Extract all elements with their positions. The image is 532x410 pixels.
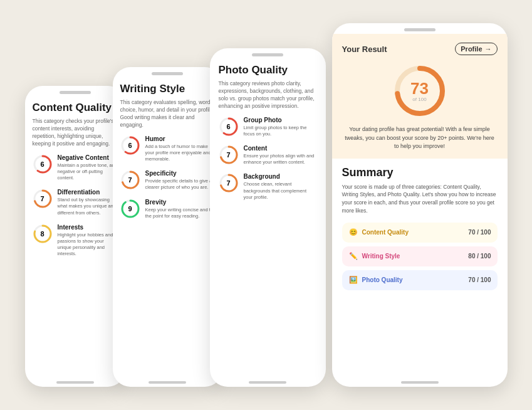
- phone3-item-1: 6 Group Photo Limit group photos to keep…: [219, 117, 317, 137]
- phone-content-quality: Content Quality This category checks you…: [25, 86, 125, 387]
- phone3-item2-name: Content: [244, 145, 317, 152]
- phone3-item3-text: Choose clean, relevant backgrounds that …: [244, 181, 317, 200]
- phone3-item3-name: Background: [244, 173, 317, 180]
- score-donut-container: 73 of 100: [342, 63, 498, 119]
- result-header: Your Result Profile →: [342, 43, 498, 55]
- phone1-item1-text: Maintain a positive tone, any negative o…: [58, 162, 118, 181]
- result-header-title: Your Result: [342, 45, 387, 54]
- phone3-home: [210, 377, 326, 387]
- phone1-item-3: 8 Interests Highlight your hobbies and p…: [33, 224, 118, 258]
- phone2-home: [113, 377, 222, 387]
- phone3-title: Photo Quality: [219, 64, 317, 76]
- phone1-item3-text: Highlight your hobbies and passions to s…: [58, 232, 118, 258]
- phone4-home: [332, 377, 508, 387]
- phone1-score-3: 8: [33, 224, 53, 244]
- phone2-item3-text: Keep your writing concise and to the poi…: [145, 207, 215, 219]
- phone-writing-style: Writing Style This category evaluates sp…: [113, 67, 222, 387]
- content-quality-score: 70 / 100: [468, 229, 491, 236]
- phone2-item2-name: Specificity: [145, 170, 215, 177]
- phone3-item-3: 7 Background Choose clean, relevant back…: [219, 173, 317, 200]
- notch-bar: [60, 91, 91, 94]
- screens-container: Content Quality This category checks you…: [25, 23, 508, 387]
- summary-title: Summary: [342, 166, 498, 179]
- phone1-item2-name: Differentiation: [58, 189, 118, 196]
- phone4-content: Your Result Profile → 73 of: [332, 34, 508, 377]
- phone3-score-1: 6: [219, 117, 239, 137]
- phone3-score-3: 7: [219, 173, 239, 193]
- summary-text: Your score is made up of three categorie…: [342, 183, 498, 215]
- phone2-item-2: 7 Specificity Provide specific details t…: [120, 170, 215, 191]
- phone2-desc: This category evaluates spelling, word c…: [120, 99, 215, 129]
- result-message: Your dating profile has great potential!…: [342, 125, 498, 151]
- phone1-content: Content Quality This category checks you…: [25, 97, 125, 377]
- phone1-home: [25, 377, 125, 387]
- result-top-section: Your Result Profile → 73 of: [332, 34, 508, 159]
- phone2-title: Writing Style: [120, 83, 215, 95]
- score-donut: 73 of 100: [392, 63, 448, 119]
- main-score: 73: [410, 80, 429, 97]
- phone2-item3-name: Brevity: [145, 199, 215, 206]
- phone1-item-1: 6 Negative Content Maintain a positive t…: [33, 154, 118, 181]
- phone1-notch: [25, 86, 125, 97]
- phone3-item1-text: Limit group photos to keep the focus on …: [244, 125, 317, 137]
- writing-style-score: 80 / 100: [468, 253, 491, 260]
- content-quality-icon: 😊: [348, 228, 358, 238]
- photo-quality-score: 70 / 100: [468, 276, 491, 283]
- phone1-score-1: 6: [33, 154, 53, 174]
- phone1-item-2: 7 Differentiation Stand out by showcasin…: [33, 189, 118, 216]
- phone3-content: Photo Quality This category reviews phot…: [210, 59, 326, 377]
- phone2-item-3: 9 Brevity Keep your writing concise and …: [120, 199, 215, 219]
- phone3-desc: This category reviews photo clarity, exp…: [219, 80, 317, 110]
- phone1-item2-text: Stand out by showcasing what makes you u…: [58, 197, 118, 216]
- photo-quality-icon: 🖼️: [348, 275, 358, 285]
- phone1-title: Content Quality: [33, 102, 118, 114]
- photo-quality-name: Photo Quality: [362, 276, 403, 283]
- result-bottom-section: Summary Your score is made up of three c…: [332, 159, 508, 302]
- phone3-score-2: 7: [219, 145, 239, 165]
- phone2-score-1: 6: [120, 135, 140, 155]
- phone-photo-quality: Photo Quality This category reviews phot…: [210, 48, 326, 387]
- phone3-item2-text: Ensure your photos align with and enhanc…: [244, 153, 317, 166]
- phone1-desc: This category checks your profile's cont…: [33, 118, 118, 148]
- profile-button[interactable]: Profile →: [455, 43, 497, 55]
- phone2-item1-text: Add a touch of humor to make your profil…: [145, 144, 215, 162]
- phone1-item1-name: Negative Content: [58, 154, 118, 161]
- score-sub: of 100: [410, 97, 429, 102]
- content-quality-name: Content Quality: [362, 229, 409, 236]
- phone4-notch: [332, 23, 508, 34]
- phone-results: Your Result Profile → 73 of: [332, 23, 508, 387]
- phone2-item2-text: Provide specific details to give a clear…: [145, 178, 215, 191]
- phone2-content: Writing Style This category evaluates sp…: [113, 78, 222, 377]
- arrow-icon: →: [485, 45, 492, 53]
- phone3-item-2: 7 Content Ensure your photos align with …: [219, 145, 317, 166]
- writing-style-icon: ✏️: [348, 251, 358, 261]
- profile-btn-label: Profile: [461, 45, 482, 53]
- category-row-writing-style[interactable]: ✏️ Writing Style 80 / 100: [342, 246, 498, 266]
- phone2-item1-name: Humor: [145, 135, 215, 142]
- phone1-score-2: 7: [33, 189, 53, 209]
- phone3-item1-name: Group Photo: [244, 117, 317, 124]
- phone2-score-2: 7: [120, 170, 140, 190]
- phone1-item3-name: Interests: [58, 224, 118, 231]
- writing-style-name: Writing Style: [362, 253, 400, 260]
- phone2-item-1: 6 Humor Add a touch of humor to make you…: [120, 135, 215, 162]
- category-row-content-quality[interactable]: 😊 Content Quality 70 / 100: [342, 223, 498, 243]
- phone3-notch: [210, 48, 326, 59]
- phone2-notch: [113, 67, 222, 78]
- phone2-score-3: 9: [120, 199, 140, 219]
- category-row-photo-quality[interactable]: 🖼️ Photo Quality 70 / 100: [342, 270, 498, 290]
